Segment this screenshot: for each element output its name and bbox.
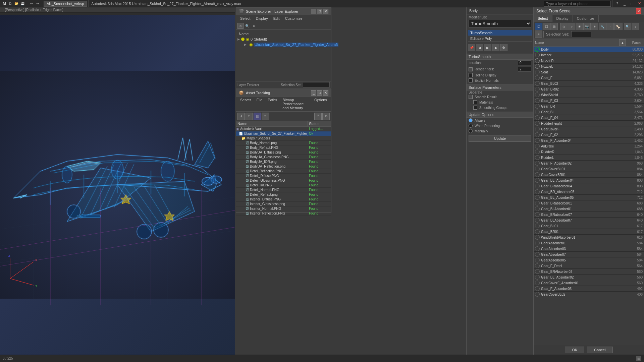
select-none-btn[interactable]: ☐: [543, 23, 550, 30]
se-menu-customize[interactable]: Customize: [282, 16, 305, 21]
sfs-list-item[interactable]: GearCoverBR01 884: [534, 172, 644, 178]
at-file-row[interactable]: 🖼 Interior_Glossiness.png Found: [236, 202, 331, 206]
expand-icon[interactable]: ▶: [237, 38, 240, 41]
at-file-row[interactable]: ▣ Autodesk Vault Logged...: [236, 127, 331, 131]
sfs-list-item[interactable]: Gear_BR01 617: [534, 229, 644, 235]
filter-geo-btn[interactable]: ◇: [560, 23, 568, 30]
at-menu-options[interactable]: Options: [312, 97, 330, 111]
sfs-list-item[interactable]: Seat 14,823: [534, 69, 644, 75]
se-menu-select[interactable]: Select: [237, 16, 253, 21]
mp-when-rendering-radio[interactable]: [469, 124, 473, 128]
help-btn[interactable]: ?: [614, 0, 621, 7]
sfs-list-item[interactable]: RudderR 1,046: [534, 149, 644, 155]
sfs-list-item[interactable]: GearCoverBL01 884: [534, 166, 644, 172]
sfs-list-item[interactable]: Gear_F_03 3,604: [534, 98, 644, 104]
mp-stack-edpoly[interactable]: Editable Poly: [468, 36, 532, 42]
minimize-btn[interactable]: _: [621, 0, 628, 7]
at-minimize[interactable]: _: [311, 90, 316, 96]
sfs-list-item[interactable]: Gear_F_Absorber02 968: [534, 161, 644, 166]
at-file-row[interactable]: 🖼 BodyUA_Diffuse.png Found: [236, 150, 331, 155]
mp-render-iters-check[interactable]: [469, 67, 473, 71]
layer-default[interactable]: ▶ ◉ 0 (default): [237, 37, 330, 42]
se-close-btn[interactable]: ✕: [323, 9, 328, 14]
mp-always-radio[interactable]: [469, 118, 473, 122]
sfs-list-item[interactable]: NozzleR 24,132: [534, 58, 644, 64]
mp-explicit-normals-check[interactable]: [469, 78, 473, 82]
mp-prev-btn[interactable]: ◀: [476, 44, 483, 51]
sfs-list-item[interactable]: Gear_BRabsorber07 640: [534, 212, 644, 218]
at-file-row[interactable]: 🖼 BodyUA_IOR.png Found: [236, 160, 331, 164]
sfs-list-item[interactable]: WindShieldAbsorber01 616: [534, 235, 644, 240]
at-file-row[interactable]: 🖼 Body_Refract.PNG Found: [236, 145, 331, 150]
sfs-list-item[interactable]: Gear_F_Absorber04 1,452: [534, 138, 644, 143]
mp-make-unique-btn[interactable]: ◆: [492, 44, 499, 51]
mp-isoline-check[interactable]: [469, 73, 473, 77]
expand-icon2[interactable]: ▶: [244, 43, 247, 46]
at-restore[interactable]: □: [317, 90, 322, 96]
at-close[interactable]: ✕: [323, 90, 328, 96]
mp-pin-btn[interactable]: 📌: [468, 44, 475, 51]
mp-next-btn[interactable]: ▶: [484, 44, 491, 51]
sfs-list-item[interactable]: RudderHeight 2,968: [534, 121, 644, 126]
layers-btn[interactable]: ≡: [535, 31, 542, 38]
mp-update-btn[interactable]: Update: [469, 135, 531, 142]
sfs-list-item[interactable]: GearAbsorber03 584: [534, 246, 644, 252]
sfs-ok-btn[interactable]: OK: [565, 347, 584, 353]
at-btn3[interactable]: ▦: [254, 113, 261, 120]
new-btn[interactable]: 🗋: [7, 1, 13, 7]
at-file-row[interactable]: 📄 Ukrainian_Sukhoi_Su_27_Flanker_Fighter…: [236, 131, 331, 136]
sfs-list-item[interactable]: Gear_BRabsorber01 688: [534, 200, 644, 206]
layer-aircraft[interactable]: ▶ ◉ Ukrainian_Sukhoi_Su_27_Flanker_Fight…: [237, 42, 330, 47]
sfs-list-item[interactable]: Gear_BLAbsorber07 640: [534, 218, 644, 223]
sfs-tab-select[interactable]: Select: [534, 15, 552, 22]
filter-space-btn[interactable]: 🔧: [599, 23, 606, 30]
save-btn[interactable]: 💾: [19, 1, 25, 7]
sfs-list-item[interactable]: GearCoverF_Absorber01 560: [534, 280, 644, 286]
at-file-row[interactable]: 🖼 Body_Normal.png Found: [236, 141, 331, 145]
at-file-row[interactable]: 🖼 BodyUA_Reflection.png Found: [236, 164, 331, 169]
at-file-row[interactable]: 🖼 Interior_Reflection.PNG Found: [236, 211, 331, 216]
mp-manually-radio[interactable]: [469, 129, 473, 133]
sfs-list-item[interactable]: Gear_F_Detel 564: [534, 263, 644, 269]
sfs-list-item[interactable]: Gear_BR_Absorber05 712: [534, 189, 644, 195]
sfs-selection-set-input[interactable]: [571, 31, 591, 37]
sfs-tab-customize[interactable]: Customize: [573, 15, 599, 22]
mp-render-iters-input[interactable]: [518, 67, 531, 72]
sfs-list-item[interactable]: WindShield 3,760: [534, 92, 644, 98]
selection-set-input[interactable]: [303, 82, 330, 87]
at-menu-bitmap[interactable]: Bitmap Performance and Memory: [280, 97, 312, 111]
find-btn[interactable]: 🔍: [624, 23, 631, 30]
open-btn[interactable]: 📂: [13, 1, 19, 7]
sfs-list-item[interactable]: Gear_BL02 4,336: [534, 81, 644, 86]
at-content[interactable]: ▣ Autodesk Vault Logged... 📄 Ukrainian_S…: [236, 127, 331, 223]
sfs-list-item[interactable]: Gear_BR 3,564: [534, 104, 644, 109]
sfs-list-item[interactable]: GearCoverBL02 406: [534, 292, 644, 297]
maximize-btn[interactable]: □: [629, 0, 635, 7]
viewport-canvas[interactable]: X Y Z: [0, 15, 235, 355]
max-logo[interactable]: M: [1, 1, 7, 7]
se-menu-edit[interactable]: Edit: [271, 16, 282, 21]
sfs-list-item[interactable]: AirBrake 1,264: [534, 143, 644, 149]
sfs-list-item[interactable]: GearAbsorber01 584: [534, 240, 644, 246]
sfs-list-item[interactable]: Gear_BR02 4,336: [534, 86, 644, 92]
mp-delete-btn[interactable]: 🗑: [500, 44, 507, 51]
se-tool1[interactable]: ✕: [237, 23, 244, 29]
sfs-close[interactable]: ✕: [636, 8, 641, 14]
sfs-list-area[interactable]: Body 60,030 Interior 52,275 NozzleR 24,1…: [534, 47, 644, 345]
se-tool2[interactable]: 🔍: [244, 23, 250, 29]
at-file-row[interactable]: 📁 Maps / Shaders: [236, 136, 331, 141]
sfs-list-item[interactable]: Gear_BLAbsorber01 688: [534, 206, 644, 212]
mp-smoothing-check[interactable]: [473, 106, 477, 110]
redo-btn[interactable]: ↪: [35, 1, 41, 7]
at-file-row[interactable]: 🖼 Detei_Reflection.PNG Found: [236, 169, 331, 174]
sfs-list-item[interactable]: Gear_BL_Absorber04 808: [534, 178, 644, 183]
mp-modifier-dropdown[interactable]: TurboSmooth: [469, 20, 531, 27]
at-btn6[interactable]: ⚙: [322, 113, 330, 120]
mp-stack-turbosm[interactable]: TurboSmooth: [468, 30, 532, 36]
close-btn[interactable]: ✕: [636, 0, 643, 7]
at-menu-paths[interactable]: Paths: [265, 97, 280, 111]
sfs-cancel-btn[interactable]: Cancel: [587, 347, 612, 353]
sfs-list-item[interactable]: GearAbsorber07 584: [534, 252, 644, 257]
se-menu-display[interactable]: Display: [253, 16, 271, 21]
sfs-list-item[interactable]: Gear_F_02 2,296: [534, 132, 644, 138]
